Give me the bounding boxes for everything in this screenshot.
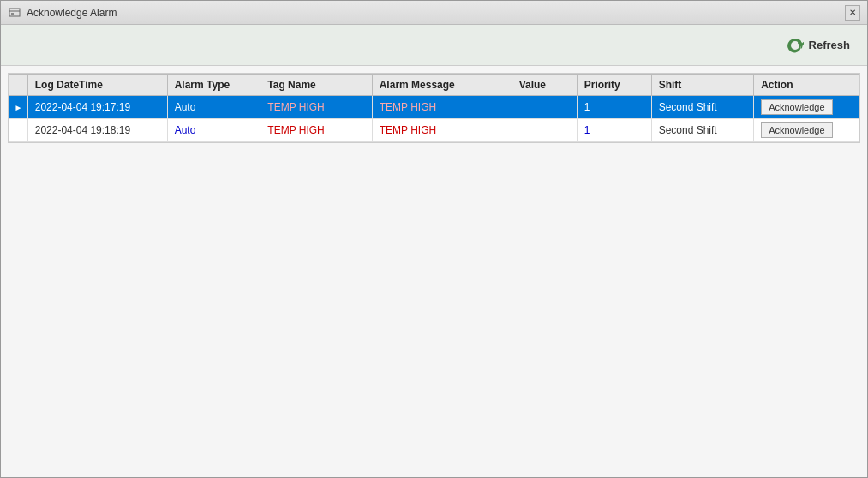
svg-point-3 — [790, 40, 800, 51]
col-header-alarm-message: Alarm Message — [372, 75, 512, 96]
title-bar-left: Acknowledge Alarm — [8, 6, 117, 20]
col-header-indicator — [9, 75, 28, 96]
refresh-icon — [787, 37, 804, 54]
acknowledge-button[interactable]: Acknowledge — [761, 122, 832, 138]
col-header-action: Action — [754, 75, 859, 96]
refresh-label: Refresh — [809, 39, 850, 51]
cell-value — [512, 119, 577, 142]
col-header-alarm-type: Alarm Type — [167, 75, 260, 96]
cell-alarm-message: TEMP HIGH — [372, 119, 512, 142]
row-indicator: ► — [9, 96, 28, 119]
cell-alarm-type: Auto — [167, 119, 260, 142]
acknowledge-button[interactable]: Acknowledge — [761, 99, 832, 115]
content-area: Log DateTime Alarm Type Tag Name Alarm M… — [1, 66, 867, 477]
close-button[interactable]: ✕ — [845, 5, 860, 21]
alarm-table: Log DateTime Alarm Type Tag Name Alarm M… — [9, 74, 859, 142]
cell-shift: Second Shift — [651, 119, 754, 142]
cell-alarm-message: TEMP HIGH — [372, 96, 512, 119]
col-header-shift: Shift — [651, 75, 754, 96]
col-header-value: Value — [512, 75, 577, 96]
table-header-row: Log DateTime Alarm Type Tag Name Alarm M… — [9, 75, 859, 96]
cell-priority: 1 — [577, 96, 651, 119]
cell-log-datetime: 2022-04-04 19:18:19 — [27, 119, 167, 142]
col-header-tag-name: Tag Name — [260, 75, 372, 96]
cell-priority: 1 — [577, 119, 651, 142]
col-header-priority: Priority — [577, 75, 651, 96]
table-row[interactable]: ►2022-04-04 19:17:19AutoTEMP HIGHTEMP HI… — [9, 96, 859, 119]
row-indicator — [9, 119, 28, 142]
refresh-button[interactable]: Refresh — [780, 33, 857, 57]
svg-rect-0 — [9, 9, 20, 16]
main-window: Acknowledge Alarm ✕ Refresh — [0, 0, 868, 478]
window-icon — [8, 6, 21, 20]
toolbar: Refresh — [1, 25, 867, 66]
cell-tag-name: TEMP HIGH — [260, 96, 372, 119]
col-header-log-datetime: Log DateTime — [27, 75, 167, 96]
cell-alarm-type: Auto — [167, 96, 260, 119]
cell-tag-name: TEMP HIGH — [260, 119, 372, 142]
title-bar: Acknowledge Alarm ✕ — [1, 1, 867, 25]
cell-log-datetime: 2022-04-04 19:17:19 — [27, 96, 167, 119]
window-title: Acknowledge Alarm — [27, 7, 117, 19]
svg-rect-2 — [11, 13, 14, 15]
alarm-table-container: Log DateTime Alarm Type Tag Name Alarm M… — [8, 73, 860, 143]
cell-action: Acknowledge — [754, 96, 859, 119]
table-row[interactable]: 2022-04-04 19:18:19AutoTEMP HIGHTEMP HIG… — [9, 119, 859, 142]
cell-value — [512, 96, 577, 119]
cell-action: Acknowledge — [754, 119, 859, 142]
cell-shift: Second Shift — [651, 96, 754, 119]
